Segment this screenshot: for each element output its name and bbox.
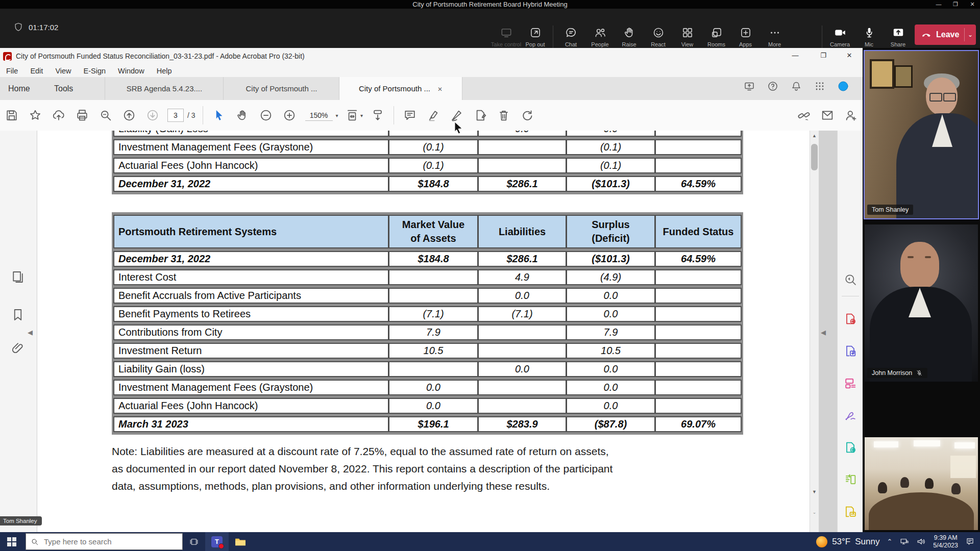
previous-page-arrow-icon[interactable]: ◀ [28,329,33,336]
dropdown-caret-icon[interactable]: ▾ [360,113,363,118]
table-row: Investment Return10.510.5 [113,343,742,359]
scroll-up-icon[interactable]: ▲ [810,132,819,140]
video-tile-tom-shanley[interactable]: Tom Shanley [864,50,979,219]
teams-maximize-button[interactable]: ❐ [948,0,963,8]
global-share-screen[interactable] [743,80,755,92]
sidetool-search-tools[interactable] [843,272,857,287]
teams-app-button[interactable]: T [205,532,229,551]
tool-rotate-pages[interactable] [516,104,539,127]
table-cell [478,139,567,155]
tab-close-icon[interactable]: ✕ [437,78,443,100]
tool-fill-sign[interactable] [469,104,492,127]
tool-upload-cloud[interactable] [47,104,70,127]
menu-edit[interactable]: Edit [24,67,49,75]
tool-send-email[interactable] [816,104,839,127]
sidetool-create-pdf[interactable] [843,312,857,326]
glasses [943,93,956,102]
acrobat-logo-icon [3,52,12,61]
tool-scroll-mode[interactable] [366,104,389,127]
tab-home[interactable]: Home [1,77,37,100]
vertical-scrollbar[interactable]: ▲ ▼ ⌄ [810,131,819,551]
panel-page-thumbnails[interactable] [10,269,26,285]
tool-request-signature[interactable] [839,104,863,127]
acrobat-restore-button[interactable]: ❐ [812,48,835,63]
tool-fit-width[interactable]: ▾ [342,104,366,127]
global-account[interactable] [837,80,849,92]
sidetool-export-pdf[interactable] [843,344,857,358]
video-tile-conference-room[interactable] [865,437,978,530]
global-help[interactable] [767,80,779,92]
share-screen-icon [743,80,755,92]
next-view-chevron-icon[interactable]: ⌄ [810,508,819,517]
menu-view[interactable]: View [49,67,77,75]
teams-close-button[interactable]: ✕ [965,0,980,8]
table-row: March 31 2023$196.1$283.9($87.8)69.07% [113,416,742,432]
global-notifications[interactable] [790,80,802,92]
tool-hand-tool[interactable] [231,104,254,127]
search-input[interactable] [43,537,162,546]
scroll-down-icon[interactable]: ▼ [810,488,819,496]
tool-zoom-in[interactable] [278,104,301,127]
taskbar-search[interactable] [26,533,183,550]
acrobat-minimize-button[interactable]: — [784,48,806,63]
tool-page-up[interactable] [117,104,141,127]
table-cell: Investment Management Fees (Graystone) [113,139,389,155]
tool-delete-pages[interactable] [492,104,516,127]
action-center-icon[interactable] [965,537,975,546]
network-icon[interactable] [899,537,909,546]
doc-tab-3[interactable]: City of Portsmouth ...✕ [339,77,462,100]
menu-help[interactable]: Help [151,67,178,75]
comment-icon [403,108,417,122]
page-navigation: 3/ 3 [167,109,195,122]
tool-comment[interactable] [398,104,422,127]
menu-window[interactable]: Window [112,67,151,75]
tab-tools[interactable]: Tools [47,77,80,100]
volume-icon[interactable] [916,537,926,546]
menu-file[interactable]: File [0,67,24,75]
tool-sign[interactable] [445,104,469,127]
tool-highlight[interactable] [422,104,445,127]
acrobat-close-button[interactable]: ✕ [838,48,861,63]
table-cell: 0.0 [389,380,478,395]
zoom-level-input[interactable]: 150% [305,110,333,121]
leave-options-chevron-icon[interactable]: ⌄ [965,31,976,38]
weather-widget[interactable]: 53°F Sunny [816,536,879,547]
hidden-icons-chevron-icon[interactable]: ⌃ [887,538,892,545]
sidetool-fill-sign-tool[interactable] [843,408,857,422]
leave-button[interactable]: Leave ⌄ [915,24,976,45]
scrollbar-thumb[interactable] [811,144,818,170]
table-cell: 4.9 [478,269,567,285]
zoom-dropdown-icon[interactable]: ▾ [336,113,338,118]
collapse-panel-arrow-icon[interactable]: ◀ [821,329,826,336]
tool-share-link[interactable] [792,104,816,127]
task-view-button[interactable] [183,532,205,551]
teams-minimize-button[interactable]: — [931,0,946,8]
file-explorer-button[interactable] [229,532,252,551]
menu-esign[interactable]: E-Sign [78,67,112,75]
panel-bookmarks[interactable] [10,307,26,322]
table-cell [655,288,742,304]
teams-title-strip: City of Portsmouth Retirement Board Hybr… [0,0,980,9]
page-number-input[interactable]: 3 [167,109,184,122]
clock-widget[interactable]: 9:39 AM 5/4/2023 [933,534,958,549]
doc-tab-2[interactable]: City of Portsmouth ... [223,77,339,100]
tool-save[interactable] [0,104,23,127]
tool-star[interactable] [23,104,47,127]
table-cell: Interest Cost [113,269,389,285]
tool-zoom-out[interactable] [254,104,278,127]
sidetool-request-signatures[interactable] [843,505,857,519]
video-tile-john-morrison[interactable]: John Morrison [865,224,978,382]
table-cell [655,158,742,173]
tool-select-tool[interactable] [207,104,231,127]
doc-tab-1[interactable]: SRB Agenda 5.4.23.... [105,77,224,100]
global-app-grid[interactable] [814,80,826,92]
start-button[interactable] [0,532,23,551]
participant-name-badge: John Morrison [867,368,927,378]
panel-attachments[interactable] [10,341,26,356]
sidetool-combine-files[interactable] [843,440,857,455]
tool-print[interactable] [70,104,94,127]
table-cell: 0.0 [567,131,655,137]
tool-search[interactable] [94,104,117,127]
sidetool-organize-pages[interactable] [843,472,857,487]
sidetool-edit-pdf[interactable] [843,376,857,390]
